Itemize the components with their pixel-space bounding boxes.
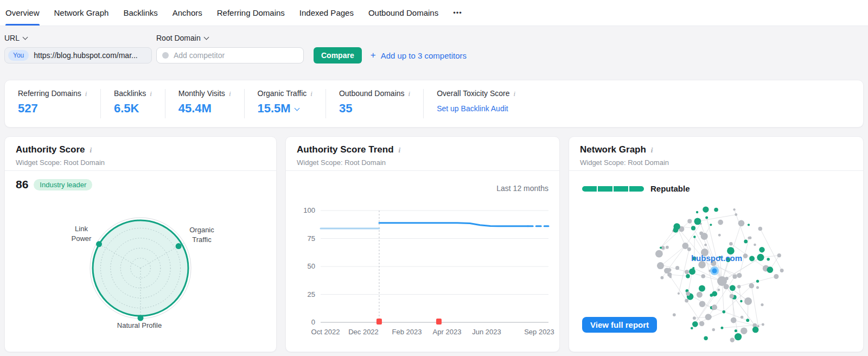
metric-organic-traffic: Organic Traffici 15.5M <box>244 89 326 118</box>
svg-text:hubspot.com: hubspot.com <box>691 253 742 263</box>
reputation-meter <box>582 186 644 192</box>
card-title: Network Graph <box>580 144 646 155</box>
authority-score-body: 86 Industry leader Link Power Organic Tr… <box>5 171 276 352</box>
radar-axis-organic-traffic: Organic Traffic <box>185 225 219 244</box>
summary-metrics-bar: Referring Domainsi 527 Backlinksi 6.5K M… <box>4 80 864 128</box>
svg-text:100: 100 <box>303 206 315 214</box>
info-icon[interactable]: i <box>409 90 411 97</box>
info-icon[interactable]: i <box>229 90 231 97</box>
info-icon[interactable]: i <box>651 147 653 154</box>
competitor-column: Root Domain Add competitor <box>156 34 304 63</box>
you-badge: You <box>8 50 29 61</box>
authority-score-card: Authority Scorei Widget Scope: Root Doma… <box>4 136 277 352</box>
add-competitor-placeholder: Add competitor <box>174 51 225 60</box>
card-header: Network Graphi Widget Scope: Root Domain <box>569 137 863 171</box>
svg-text:Apr 2023: Apr 2023 <box>433 328 462 336</box>
metric-label: Overall Toxicity Score <box>437 89 509 98</box>
tab-referring-domains[interactable]: Referring Domains <box>217 0 285 26</box>
info-icon[interactable]: i <box>399 147 401 154</box>
metric-value: 527 <box>18 101 87 116</box>
add-competitor-input[interactable]: Add competitor <box>156 47 304 63</box>
network-graph-body: hubspot.com Reputable View full report <box>569 171 863 352</box>
tab-indexed-pages-label: Indexed Pages <box>299 8 354 17</box>
tab-indexed-pages[interactable]: Indexed Pages <box>299 0 354 26</box>
radar-axis-natural-profile: Natural Profile <box>5 321 274 330</box>
metric-value-dropdown[interactable]: 15.5M <box>258 101 312 116</box>
compare-button[interactable]: Compare <box>314 47 362 63</box>
trend-chart-body: Last 12 months 0255075100Oct 2022Dec 202… <box>286 171 559 352</box>
tab-outbound-domains-label: Outbound Domains <box>368 8 438 17</box>
url-type-label: URL <box>4 34 20 42</box>
svg-text:50: 50 <box>308 262 315 270</box>
tabs-more-button[interactable]: ••• <box>453 0 462 26</box>
tab-outbound-domains[interactable]: Outbound Domains <box>368 0 438 26</box>
reputation-label: Reputable <box>650 184 690 193</box>
scope-label: Root Domain <box>156 34 201 42</box>
svg-text:Jun 2023: Jun 2023 <box>472 328 501 336</box>
radar-chart: Link Power Organic Traffic Natural Profi… <box>5 190 276 344</box>
info-icon[interactable]: i <box>310 90 312 97</box>
svg-text:25: 25 <box>308 290 315 298</box>
metric-label: Backlinks <box>114 89 146 98</box>
svg-text:75: 75 <box>308 234 315 243</box>
metric-outbound-domains: Outbound Domainsi 35 <box>326 89 423 118</box>
widget-scope: Widget Scope: Root Domain <box>580 158 852 167</box>
plus-icon: + <box>371 50 376 61</box>
svg-text:Sep 2023: Sep 2023 <box>524 328 554 336</box>
metric-monthly-visits: Monthly Visitsi 45.4M <box>165 89 244 118</box>
competitor-dot-icon <box>162 52 169 59</box>
date-range-label: Last 12 months <box>496 184 548 193</box>
card-header: Authority Scorei Widget Scope: Root Doma… <box>5 137 276 171</box>
card-title: Authority Score <box>16 144 85 155</box>
target-column: URL You https://blog.hubspot.com/mar... <box>4 34 152 63</box>
metric-value: 6.5K <box>114 101 152 116</box>
card-title: Authority Score Trend <box>297 144 394 155</box>
target-url-input[interactable]: You https://blog.hubspot.com/mar... <box>4 47 152 63</box>
widgets-row: Authority Scorei Widget Scope: Root Doma… <box>4 136 864 352</box>
target-url-value: https://blog.hubspot.com/mar... <box>34 51 137 60</box>
trend-line-chart: 0255075100Oct 2022Dec 2022Feb 2023Apr 20… <box>286 204 560 345</box>
radar-axis-link-power: Link Power <box>66 224 97 243</box>
authority-score-trend-card: Authority Score Trendi Widget Scope: Roo… <box>285 136 560 352</box>
metric-value: 15.5M <box>258 101 291 116</box>
info-icon[interactable]: i <box>150 90 152 97</box>
tab-overview-label: Overview <box>5 8 40 17</box>
svg-text:0: 0 <box>311 318 315 326</box>
tab-overview[interactable]: Overview <box>5 0 40 26</box>
view-full-report-button[interactable]: View full report <box>582 317 657 333</box>
add-competitors-link[interactable]: + Add up to 3 competitors <box>371 47 467 63</box>
tab-backlinks-label: Backlinks <box>123 8 157 17</box>
metric-label: Monthly Visits <box>178 89 225 98</box>
tab-bar: Overview Network Graph Backlinks Anchors… <box>0 0 868 26</box>
widget-scope: Widget Scope: Root Domain <box>16 158 265 167</box>
url-type-dropdown[interactable]: URL <box>4 34 152 42</box>
tab-anchors-label: Anchors <box>173 8 202 17</box>
scope-dropdown[interactable]: Root Domain <box>156 34 304 42</box>
tab-network-graph[interactable]: Network Graph <box>54 0 109 26</box>
svg-text:Feb 2023: Feb 2023 <box>392 328 422 336</box>
chevron-down-icon <box>294 105 299 111</box>
metric-value: 35 <box>339 101 410 116</box>
metric-referring-domains: Referring Domainsi 527 <box>5 89 100 118</box>
metric-value: 45.4M <box>178 101 231 116</box>
add-competitors-link-label: Add up to 3 competitors <box>381 51 467 60</box>
metric-label: Outbound Domains <box>339 89 405 98</box>
network-graph-card: Network Graphi Widget Scope: Root Domain… <box>569 136 864 352</box>
tab-backlinks[interactable]: Backlinks <box>123 0 157 26</box>
tab-anchors[interactable]: Anchors <box>173 0 202 26</box>
chevron-down-icon <box>203 34 209 40</box>
setup-backlink-audit-link[interactable]: Set up Backlink Audit <box>437 104 515 113</box>
info-icon[interactable]: i <box>85 90 87 97</box>
metric-label: Organic Traffic <box>258 89 307 98</box>
info-icon[interactable]: i <box>90 147 92 154</box>
metric-backlinks: Backlinksi 6.5K <box>100 89 165 118</box>
tab-referring-domains-label: Referring Domains <box>217 8 285 17</box>
svg-text:Dec 2022: Dec 2022 <box>348 328 379 336</box>
filter-bar: URL You https://blog.hubspot.com/mar... … <box>0 26 868 72</box>
authority-score-value: 86 <box>16 178 28 191</box>
metric-label: Referring Domains <box>18 89 81 98</box>
chevron-down-icon <box>23 34 28 40</box>
ellipsis-icon: ••• <box>453 9 462 17</box>
card-header: Authority Score Trendi Widget Scope: Roo… <box>286 137 559 171</box>
info-icon[interactable]: i <box>514 90 516 97</box>
